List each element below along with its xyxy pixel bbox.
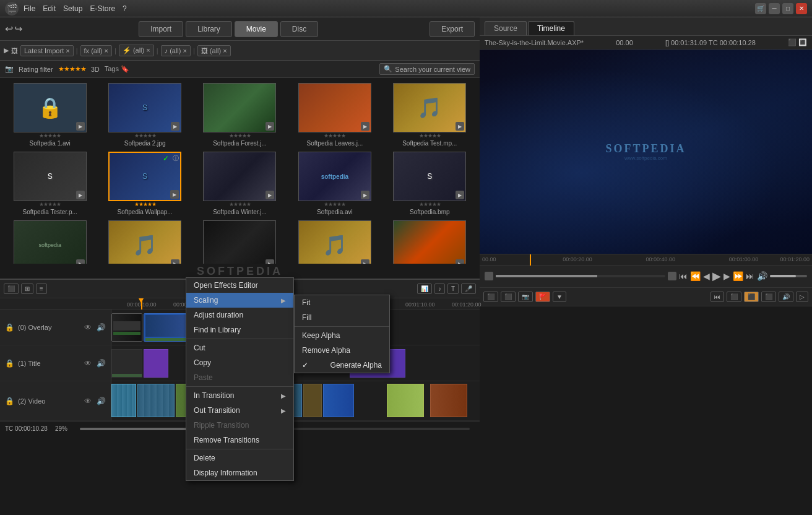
track-title-eye[interactable]: 👁 — [83, 358, 93, 369]
rt-btn-5[interactable]: ▼ — [553, 292, 566, 302]
cart-button[interactable]: 🛒 — [755, 3, 766, 14]
menu-estore[interactable]: E-Store — [90, 4, 115, 13]
ctx-keep-alpha[interactable]: Keep Alpha — [295, 328, 389, 343]
list-item[interactable]: 🎵 ▶ ★★★★★ Softpedia Test.mp... — [385, 83, 475, 147]
list-item[interactable]: S ▶ ★★★★★ Softpedia Tester.p... — [5, 152, 95, 215]
list-item[interactable]: ▶ ★★★★★ Softpedia Winter.j... — [195, 152, 285, 215]
filter-lightning[interactable]: ⚡ (all) × — [119, 45, 154, 56]
tab-movie[interactable]: Movie — [235, 21, 278, 37]
ctx-cut[interactable]: Cut — [186, 340, 293, 355]
clip-video-8[interactable] — [387, 384, 424, 417]
menu-setup[interactable]: Setup — [63, 4, 82, 13]
timeline-text-button[interactable]: T — [447, 283, 459, 294]
list-item[interactable]: 🎵 ▶ ★★★★★ Softpedia.mp3 — [100, 220, 189, 264]
list-item[interactable]: ▶ ★★★★★ Softpedia Leaves.j... — [290, 83, 379, 147]
ctx-display-info[interactable]: Display Information — [186, 465, 293, 480]
filter-image[interactable]: 🖼 (all) × — [197, 45, 231, 56]
preview-vol-button[interactable]: 🔊 — [757, 271, 767, 281]
rt-btn-10[interactable]: ▷ — [796, 292, 808, 302]
menu-file[interactable]: File — [24, 4, 35, 13]
rt-btn-8[interactable]: ⬛ — [761, 292, 776, 302]
list-item[interactable]: ▶ ★★★★★ Softpedia.mpg — [195, 220, 285, 264]
search-box[interactable]: 🔍 Search your current view — [379, 63, 475, 75]
track-video-lock[interactable]: 🔒 — [4, 396, 15, 407]
ctx-open-effects[interactable]: Open Effects Editor — [186, 278, 293, 293]
rt-btn-flag[interactable]: 🚩 — [535, 292, 550, 302]
rt-btn-1[interactable]: ⬛ — [483, 292, 498, 302]
export-button[interactable]: Export — [430, 21, 475, 37]
timeline-mic-button[interactable]: 🎤 — [461, 283, 476, 294]
rt-btn-2[interactable]: ⬛ — [501, 292, 516, 302]
list-item[interactable]: softpedia ▶ ★★★★★ Softpedia.jpg — [5, 220, 95, 264]
timeline-list-button[interactable]: ≡ — [36, 283, 47, 294]
clip-title-2[interactable] — [144, 349, 168, 378]
track-title-lock[interactable]: 🔒 — [4, 358, 15, 369]
filter-music[interactable]: ♪ (all) × — [161, 45, 191, 56]
timeline-home-button[interactable]: ⬛ — [4, 283, 19, 294]
track-video-audio[interactable]: 🔊 — [95, 396, 107, 407]
timeline-grid-button[interactable]: ⊞ — [21, 283, 33, 294]
tab-import[interactable]: Import — [139, 21, 183, 37]
rt-btn-3[interactable]: 📷 — [518, 292, 533, 302]
ctx-delete[interactable]: Delete — [186, 451, 293, 465]
track-video-content[interactable] — [111, 381, 480, 420]
volume-slider[interactable] — [770, 275, 807, 277]
track-lock-button[interactable]: 🔒 — [4, 322, 15, 333]
rt-btn-6[interactable]: ⏮ — [710, 292, 724, 302]
clip-video-2[interactable] — [137, 384, 175, 417]
preview-expand-icon[interactable]: ⬛ 🔳 — [788, 38, 807, 46]
preview-forward-button[interactable]: ▶ — [723, 271, 730, 281]
filter-latest-import[interactable]: Latest Import × — [20, 45, 74, 56]
ctx-generate-alpha[interactable]: ✓ Generate Alpha — [295, 358, 389, 373]
minimize-button[interactable]: ─ — [769, 3, 780, 14]
ctx-remove-transitions[interactable]: Remove Transitions — [186, 433, 293, 448]
list-item[interactable]: ▶ ★★★★★ Softpedia.wmv — [385, 220, 475, 264]
tab-timeline[interactable]: Timeline — [528, 21, 574, 35]
timeline-music-button[interactable]: ♪ — [434, 283, 445, 294]
ctx-fit[interactable]: Fit — [295, 295, 389, 310]
list-item[interactable]: ▶ ★★★★★ Softpedia Forest.j... — [195, 83, 285, 147]
ctx-fill[interactable]: Fill — [295, 310, 389, 325]
track-audio-button[interactable]: 🔊 — [95, 322, 107, 333]
clip-overlay-1[interactable] — [111, 313, 142, 342]
preview-back-button[interactable]: ◀ — [703, 271, 710, 281]
ctx-scaling[interactable]: Scaling ▶ — [186, 293, 293, 308]
tab-source[interactable]: Source — [485, 21, 527, 35]
preview-stepback-button[interactable]: ⏪ — [690, 271, 701, 281]
clip-title-1[interactable] — [111, 349, 142, 378]
ctx-copy[interactable]: Copy — [186, 355, 293, 370]
rt-btn-7[interactable]: ⬛ — [727, 292, 741, 302]
list-item[interactable]: 🎵 ▶ ★★★★★ Softpedia.wav — [290, 220, 379, 264]
clip-video-9[interactable] — [430, 384, 467, 417]
track-video-eye[interactable]: 👁 — [83, 396, 93, 407]
preview-zoom-bar[interactable] — [496, 275, 665, 277]
ctx-adjust-duration[interactable]: Adjust duration — [186, 308, 293, 322]
tab-disc[interactable]: Disc — [280, 21, 318, 37]
list-item[interactable]: 🔒 ▶ ★★★★★ Softpedia 1.avi — [5, 83, 95, 147]
preview-play-button[interactable]: ▶ — [712, 269, 721, 283]
list-item[interactable]: S ▶ ★★★★★ Softpedia 2.jpg — [100, 83, 189, 147]
clip-video-1[interactable] — [111, 384, 136, 417]
rating-stars[interactable]: ★★★★★ — [58, 65, 86, 73]
ctx-in-transition[interactable]: In Transition ▶ — [186, 388, 293, 403]
clip-video-7[interactable] — [323, 384, 354, 417]
list-item[interactable]: softpedia ▶ ★★★★★ Softpedia.avi — [290, 152, 379, 215]
maximize-button[interactable]: □ — [782, 3, 793, 14]
clip-video-6[interactable] — [303, 384, 322, 417]
ctx-find-library[interactable]: Find in Library — [186, 322, 293, 337]
undo-button[interactable]: ↩ — [5, 23, 13, 35]
menu-help[interactable]: ? — [123, 4, 127, 13]
menu-edit[interactable]: Edit — [43, 4, 56, 13]
track-eye-button[interactable]: 👁 — [83, 322, 93, 333]
scrollbar-thumb[interactable] — [80, 428, 197, 430]
ctx-out-transition[interactable]: Out Transition ▶ — [186, 403, 293, 418]
redo-button[interactable]: ↪ — [14, 23, 22, 35]
preview-stepfwd-button[interactable]: ⏩ — [733, 271, 743, 281]
ctx-remove-alpha[interactable]: Remove Alpha — [295, 343, 389, 358]
preview-fastfwd-button[interactable]: ⏭ — [746, 271, 754, 281]
filter-fx[interactable]: fx (all) × — [80, 45, 112, 56]
close-button[interactable]: ✕ — [796, 3, 807, 14]
preview-rewind-button[interactable]: ⏮ — [679, 271, 688, 281]
track-title-audio[interactable]: 🔊 — [95, 358, 107, 369]
list-item[interactable]: S ▶ ★★★★★ Softpedia.bmp — [385, 152, 475, 215]
